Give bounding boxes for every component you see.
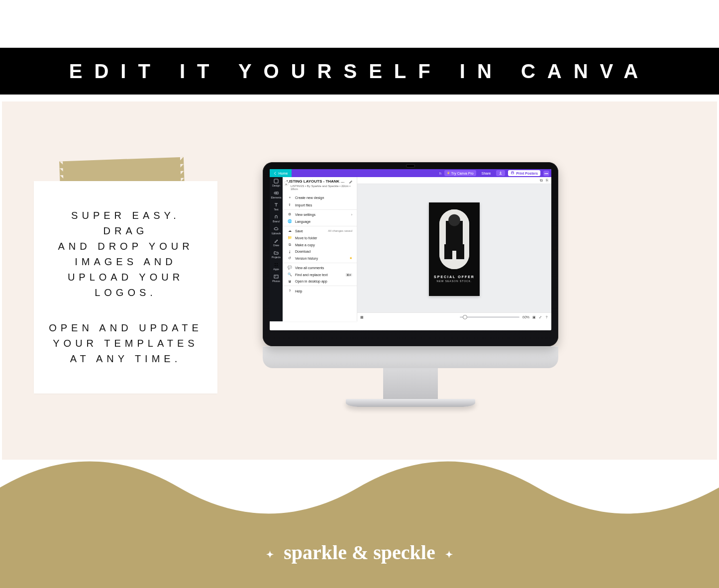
notes-icon[interactable]: ▦	[360, 315, 364, 319]
print-label: Print Posters	[516, 172, 538, 175]
menu-move-to-folder[interactable]: 📁Move to folder	[283, 234, 357, 241]
download-icon	[499, 171, 503, 175]
home-label: Home	[279, 172, 288, 175]
instructions-p2: OPEN AND UPDATE YOUR TEMPLATES AT ANY TI…	[49, 320, 203, 367]
brand-icon	[274, 214, 279, 219]
menu-language[interactable]: 🌐Language	[283, 218, 357, 225]
svg-point-10	[275, 276, 276, 277]
share-label: Share	[482, 172, 491, 175]
rail-projects[interactable]: Projects	[270, 249, 283, 261]
more-icon: •••	[544, 172, 548, 175]
menu-open-desktop[interactable]: 🖥Open in desktop app	[283, 278, 357, 285]
doc-subtitle: LISTINGS • By Sparkle and Speckle • 22cm…	[283, 185, 357, 193]
svg-rect-9	[274, 275, 278, 278]
crown-icon: ♛	[447, 171, 450, 175]
svg-point-3	[274, 192, 276, 194]
instructions-card: SUPER EASY. DRAG AND DROP YOUR IMAGES AN…	[34, 181, 217, 393]
canvas-area[interactable]: ⧉ ⎘ SPECIAL OFFER NEW SEASON STOCK.	[357, 177, 551, 321]
edit-title-icon[interactable]	[349, 180, 353, 184]
menu-import-files[interactable]: ⇪Import files	[283, 201, 357, 208]
footer-wave: sparkle & speckle	[0, 433, 719, 588]
find-shortcut: ⌘F	[345, 273, 352, 277]
zoom-slider[interactable]	[460, 316, 519, 318]
history-icon: ↺	[287, 256, 292, 260]
pencil-icon	[274, 238, 279, 243]
duplicate-tool-icon[interactable]: ⎘	[546, 178, 548, 183]
artboard-subline: NEW SEASON STOCK.	[437, 280, 472, 283]
svg-point-8	[277, 265, 278, 266]
try-canva-pro-button[interactable]: ♛ Try Canva Pro	[444, 170, 476, 176]
menu-view-settings[interactable]: ⚙View settings›	[283, 211, 357, 218]
desktop-icon: 🖥	[287, 280, 292, 283]
zoom-value: 60%	[522, 315, 529, 319]
elements-icon	[274, 191, 279, 196]
artboard-headline: SPECIAL OFFER	[434, 275, 475, 279]
home-button[interactable]: Home	[270, 169, 292, 177]
cloud-icon	[274, 226, 279, 231]
side-rail: Design Elements Text Brand Uploads Draw …	[270, 177, 283, 321]
file-menu-panel: LISTING LAYOUTS - THANK … LISTINGS • By …	[283, 177, 357, 321]
rail-elements[interactable]: Elements	[270, 189, 283, 201]
chevron-right-icon: ›	[351, 213, 352, 216]
download-icon: ⭳	[287, 250, 292, 253]
imac-mockup: Home h ♛ Try Canva Pro Share	[263, 162, 558, 413]
svg-point-6	[277, 263, 278, 264]
help-bubble-icon[interactable]: ？	[545, 315, 548, 320]
pro-star-icon: ★	[349, 256, 352, 260]
menu-create-new-design[interactable]: ＋Create new design	[283, 194, 357, 201]
brand-logo: sparkle & speckle	[0, 541, 719, 564]
headline-text: EDIT IT YOURSELF IN CANVA	[69, 60, 650, 83]
text-icon	[274, 202, 279, 207]
svg-rect-1	[512, 172, 514, 173]
resize-handle[interactable]: h	[439, 172, 441, 175]
printer-icon	[511, 171, 514, 175]
rail-uploads[interactable]: Uploads	[270, 225, 283, 237]
artboard[interactable]: SPECIAL OFFER NEW SEASON STOCK.	[429, 202, 480, 296]
model-placeholder	[439, 209, 469, 269]
menu-download[interactable]: ⭳Download	[283, 248, 357, 255]
headline-banner: EDIT IT YOURSELF IN CANVA	[0, 48, 719, 95]
more-button[interactable]: •••	[543, 171, 549, 176]
folder-icon	[274, 250, 279, 255]
globe-icon: 🌐	[287, 219, 292, 223]
svg-point-7	[275, 265, 276, 266]
rail-draw[interactable]: Draw	[270, 237, 283, 249]
cloud-check-icon: ☁	[287, 229, 292, 233]
folder-move-icon: 📁	[287, 236, 292, 240]
rail-apps[interactable]: Apps	[270, 261, 283, 273]
rail-brand[interactable]: Brand	[270, 213, 283, 225]
rail-photos[interactable]: Photos	[270, 273, 283, 285]
apps-icon	[274, 262, 279, 267]
menu-find-replace[interactable]: 🔍Find and replace text⌘F	[283, 271, 357, 278]
svg-point-5	[275, 263, 276, 264]
rail-design[interactable]: Design	[270, 177, 283, 189]
svg-rect-0	[512, 172, 514, 174]
print-posters-button[interactable]: Print Posters	[508, 170, 540, 176]
menu-make-a-copy[interactable]: ⧉Make a copy	[283, 241, 357, 248]
canva-app: Home h ♛ Try Canva Pro Share	[270, 169, 551, 330]
plus-icon: ＋	[287, 195, 292, 200]
doc-title[interactable]: LISTING LAYOUTS - THANK …	[287, 179, 347, 184]
svg-rect-4	[276, 192, 278, 194]
help-icon: ？	[287, 289, 292, 294]
copy-tool-icon[interactable]: ⧉	[540, 178, 543, 183]
file-badge-icon[interactable]: ▸	[284, 181, 289, 186]
brand-text: sparkle & speckle	[284, 541, 435, 564]
menu-save[interactable]: ☁SaveAll changes saved	[283, 227, 357, 234]
imac-camera	[407, 165, 414, 167]
menu-version-history[interactable]: ↺Version history★	[283, 255, 357, 262]
download-top-button[interactable]	[496, 170, 505, 176]
share-button[interactable]: Share	[479, 171, 494, 176]
grid-view-icon[interactable]: ▣	[532, 315, 536, 319]
rail-text[interactable]: Text	[270, 201, 283, 213]
menu-view-all-comments[interactable]: 💬View all comments	[283, 264, 357, 271]
try-pro-label: Try Canva Pro	[451, 172, 474, 175]
fullscreen-icon[interactable]: ⤢	[539, 315, 542, 319]
comment-icon: 💬	[287, 266, 292, 270]
import-icon: ⇪	[287, 203, 292, 207]
menu-help[interactable]: ？Help	[283, 287, 357, 295]
gear-icon: ⚙	[287, 212, 292, 216]
canva-topbar: Home h ♛ Try Canva Pro Share	[270, 169, 551, 177]
photos-icon	[274, 274, 279, 279]
save-status: All changes saved	[328, 229, 352, 232]
